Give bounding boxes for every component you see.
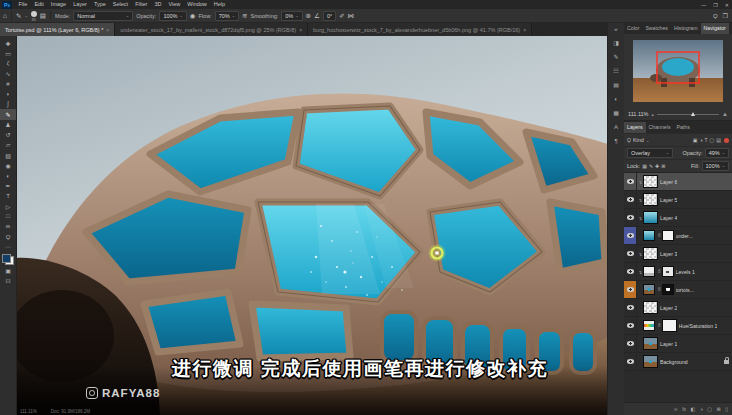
zoom-in-icon[interactable]: ▲: [722, 111, 728, 117]
marquee-tool[interactable]: ▭: [0, 48, 16, 58]
filter-pixel-icon[interactable]: ▣: [693, 137, 698, 143]
link-layers-icon[interactable]: ∞: [674, 406, 678, 412]
layer-row-levels1[interactable]: ↴ 8 Levels 1: [624, 263, 732, 281]
menu-view[interactable]: View: [165, 0, 184, 9]
layer-thumbnail[interactable]: [643, 193, 658, 206]
layer-row-background[interactable]: Background: [624, 353, 732, 371]
character-panel-icon[interactable]: A: [614, 124, 618, 130]
edit-toolbar-icon[interactable]: ⋯: [0, 242, 16, 252]
brush-angle-field[interactable]: 0°: [323, 11, 336, 21]
lock-pixels-icon[interactable]: ✎: [649, 163, 653, 169]
layer-thumbnail[interactable]: [643, 230, 655, 241]
layer-row-layer5[interactable]: ↴ Layer 5: [624, 191, 732, 209]
blur-tool[interactable]: ◉: [0, 160, 16, 170]
layer-row-tortoise[interactable]: 8 tortois...: [624, 281, 732, 299]
quick-selection-tool[interactable]: ∿: [0, 69, 16, 79]
minimize-button[interactable]: —: [701, 2, 706, 8]
menu-image[interactable]: Image: [47, 0, 69, 9]
clone-stamp-tool[interactable]: ♟: [0, 120, 16, 130]
delete-layer-icon[interactable]: ▯: [725, 406, 728, 412]
lock-all-icon[interactable]: ⊞: [661, 163, 665, 169]
menu-file[interactable]: File: [15, 0, 31, 9]
layer-row-layer1[interactable]: Layer 1: [624, 335, 732, 353]
opacity-field[interactable]: 100%⌄: [159, 11, 186, 21]
flow-field[interactable]: 70%⌄: [215, 11, 239, 21]
layer-effects-icon[interactable]: fx: [682, 406, 686, 412]
foreground-color-swatch[interactable]: [2, 254, 11, 263]
new-adjustment-layer-icon[interactable]: ◑: [700, 406, 703, 412]
close-tab-icon[interactable]: ×: [106, 27, 109, 33]
spot-healing-tool[interactable]: ∫: [0, 99, 16, 109]
history-brush-tool[interactable]: ↺: [0, 130, 16, 140]
add-layer-mask-icon[interactable]: ◧: [691, 406, 696, 412]
shape-tool[interactable]: □: [0, 211, 16, 221]
tab-paths[interactable]: Paths: [674, 122, 693, 133]
dodge-tool[interactable]: ◐: [0, 170, 16, 180]
close-button[interactable]: ✕: [725, 2, 729, 8]
document-tab-burg[interactable]: burg_hochosterwitz_stock_7_by_alexanderh…: [308, 23, 532, 36]
pen-tool[interactable]: ✒: [0, 181, 16, 191]
fill-field[interactable]: 100%⌄: [702, 161, 729, 171]
type-tool[interactable]: T: [0, 191, 16, 201]
layer-row-layer3[interactable]: ↴ Layer 3: [624, 245, 732, 263]
color-swatches[interactable]: [2, 254, 14, 265]
symmetry-icon[interactable]: ⋈: [348, 12, 355, 20]
layer-mask-thumbnail[interactable]: [662, 319, 677, 332]
filter-shape-icon[interactable]: ▢: [710, 137, 715, 143]
slider-thumb[interactable]: [691, 112, 695, 116]
adjustment-icon[interactable]: [643, 266, 655, 277]
gradient-tool[interactable]: ▧: [0, 150, 16, 160]
menu-type[interactable]: Type: [90, 0, 109, 9]
layer-thumbnail[interactable]: [643, 284, 655, 295]
layer-row-layer2[interactable]: Layer 2: [624, 299, 732, 317]
smoothing-field[interactable]: 0%⌄: [281, 11, 302, 21]
zoom-tool[interactable]: Ϙ: [0, 232, 16, 242]
collapse-panels-icon[interactable]: «: [614, 26, 617, 32]
document-tab-underwater[interactable]: underwater_stock_17_by_malleni_stock_d87…: [115, 23, 308, 36]
menu-select[interactable]: Select: [109, 0, 131, 9]
layer-mask-thumbnail[interactable]: [662, 266, 674, 277]
move-tool[interactable]: ✚: [0, 38, 16, 48]
airbrush-icon[interactable]: ≋: [242, 12, 247, 20]
menu-3d[interactable]: 3D: [151, 0, 165, 9]
tab-layers[interactable]: Layers: [624, 122, 646, 133]
close-tab-icon[interactable]: ×: [523, 27, 526, 33]
pressure-size-icon[interactable]: ✐: [339, 12, 344, 20]
navigator-zoom-slider[interactable]: [657, 110, 719, 118]
zoom-out-icon[interactable]: ▴: [652, 112, 654, 117]
layer-thumbnail[interactable]: [643, 301, 658, 314]
layer-thumbnail[interactable]: [643, 175, 658, 188]
properties-panel-icon[interactable]: ◨: [613, 40, 619, 46]
toggle-brush-panel-icon[interactable]: ▤: [40, 12, 46, 20]
layer-row-underwater[interactable]: 8 under...: [624, 227, 732, 245]
new-group-icon[interactable]: ▢: [707, 406, 712, 412]
chevron-down-icon[interactable]: ⌄: [24, 13, 27, 18]
adjustment-icon[interactable]: [643, 320, 655, 331]
menu-help[interactable]: Help: [210, 0, 228, 9]
document-tab-tortoise[interactable]: Tortoise.psd @ 111% (Layer 6, RGB/8) * ×: [0, 23, 115, 36]
layer-row-layer4[interactable]: ↴ Layer 4: [624, 209, 732, 227]
tab-histogram[interactable]: Histogram: [671, 23, 701, 34]
menu-window[interactable]: Window: [184, 0, 211, 9]
tab-color[interactable]: Color: [624, 23, 642, 34]
status-zoom-value[interactable]: 111.11%: [20, 409, 37, 414]
libraries-panel-icon[interactable]: ◐: [614, 96, 618, 102]
patterns-panel-icon[interactable]: ☷: [613, 68, 618, 74]
layer-blend-mode-select[interactable]: Overlay⌄: [627, 148, 673, 158]
menu-layer[interactable]: Layer: [70, 0, 91, 9]
crop-tool[interactable]: #: [0, 79, 16, 89]
paragraph-panel-icon[interactable]: ¶: [614, 138, 617, 144]
navigator-zoom-value[interactable]: 111.11%: [628, 111, 649, 117]
brush-tool-icon[interactable]: ✎: [16, 12, 21, 20]
layer-mask-thumbnail[interactable]: [662, 230, 674, 241]
tab-channels[interactable]: Channels: [646, 122, 674, 133]
menu-edit[interactable]: Edit: [31, 0, 47, 9]
layer-opacity-field[interactable]: 49%⌄: [705, 148, 729, 158]
lasso-tool[interactable]: ζ: [0, 58, 16, 68]
tab-swatches[interactable]: Swatches: [642, 23, 671, 34]
layer-thumbnail[interactable]: [643, 355, 658, 368]
brush-settings-panel-icon[interactable]: ✎: [613, 54, 618, 60]
layer-thumbnail[interactable]: [643, 211, 658, 224]
brush-preset-picker[interactable]: 35: [31, 11, 37, 21]
lock-transparency-icon[interactable]: ▦: [642, 163, 647, 169]
